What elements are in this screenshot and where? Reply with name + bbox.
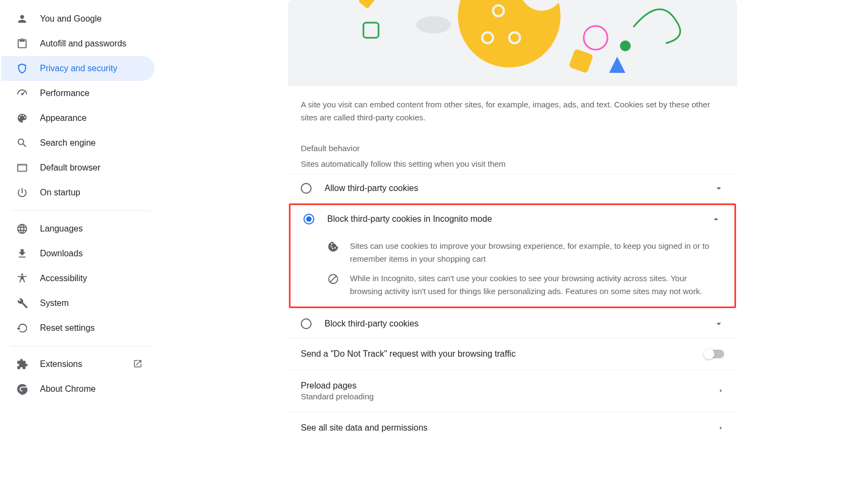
sidebar-item-performance[interactable]: Performance (1, 81, 154, 106)
option-details: Sites can use cookies to improve your br… (291, 240, 734, 307)
sidebar-item-autofill[interactable]: Autofill and passwords (1, 31, 154, 56)
option-label: Allow third-party cookies (325, 183, 713, 193)
radio-button[interactable] (301, 183, 312, 194)
sidebar-item-label: Autofill and passwords (40, 39, 126, 49)
setting-preload-pages[interactable]: Preload pages Standard preloading (288, 370, 737, 412)
option-block-third-party[interactable]: Block third-party cookies (288, 309, 737, 338)
block-icon (327, 273, 339, 285)
accessibility-icon (16, 273, 28, 284)
option-block-incognito[interactable]: Block third-party cookies in Incognito m… (291, 205, 734, 233)
power-icon (16, 187, 28, 199)
sidebar-item-accessibility[interactable]: Accessibility (1, 266, 154, 291)
sidebar-divider (11, 346, 150, 346)
sidebar-item-system[interactable]: System (1, 291, 154, 316)
radio-button[interactable] (303, 214, 314, 224)
svg-point-7 (416, 16, 451, 33)
banner-illustration (288, 0, 737, 86)
detail-text: Sites can use cookies to improve your br… (350, 240, 721, 265)
highlight-annotation: Block third-party cookies in Incognito m… (289, 203, 736, 308)
sidebar-item-label: You and Google (40, 14, 102, 24)
option-allow-third-party[interactable]: Allow third-party cookies (288, 174, 737, 202)
svg-rect-6 (363, 23, 379, 38)
reset-icon (16, 322, 28, 334)
clipboard-icon (16, 38, 28, 50)
extension-icon (16, 358, 28, 370)
setting-subtitle: Standard preloading (301, 392, 718, 401)
chevron-down-icon[interactable] (713, 183, 724, 194)
sidebar-item-privacy[interactable]: Privacy and security (1, 56, 154, 81)
sidebar-item-on-startup[interactable]: On startup (1, 180, 154, 205)
palette-icon (16, 112, 28, 124)
cookies-card: A site you visit can embed content from … (288, 0, 737, 504)
open-in-new-icon (133, 359, 143, 370)
sidebar-item-label: On startup (40, 188, 80, 197)
chevron-down-icon[interactable] (713, 318, 724, 329)
sidebar-item-label: Search engine (40, 138, 96, 148)
sidebar-item-label: Performance (40, 88, 90, 98)
sidebar-item-appearance[interactable]: Appearance (1, 106, 154, 131)
sidebar-item-you-and-google[interactable]: You and Google (1, 6, 154, 31)
detail-row: While in Incognito, sites can't use your… (303, 272, 721, 298)
sidebar-item-label: Downloads (40, 249, 83, 258)
sidebar-item-downloads[interactable]: Downloads (1, 241, 154, 266)
download-icon (16, 248, 28, 260)
cookies-description: A site you visit can embed content from … (301, 98, 724, 124)
chevron-up-icon[interactable] (711, 214, 721, 224)
setting-do-not-track[interactable]: Send a "Do Not Track" request with your … (288, 338, 737, 370)
svg-rect-5 (359, 0, 375, 9)
toggle-switch[interactable] (705, 350, 724, 358)
sidebar-item-extensions[interactable]: Extensions (1, 352, 154, 377)
svg-point-8 (584, 26, 608, 50)
sidebar-item-label: System (40, 298, 69, 308)
search-icon (16, 137, 28, 149)
speed-icon (16, 87, 28, 99)
default-behavior-title: Default behavior (301, 144, 724, 153)
default-behavior-subtitle: Sites automatically follow this setting … (301, 159, 724, 168)
sidebar-item-label: Languages (40, 224, 83, 234)
radio-button[interactable] (301, 318, 312, 329)
person-icon (16, 13, 28, 25)
settings-main: A site you visit can embed content from … (161, 0, 864, 504)
cookies-banner (288, 0, 737, 86)
sidebar-item-label: Accessibility (40, 274, 87, 283)
sidebar-item-label: Extensions (40, 359, 82, 369)
sidebar-divider (11, 210, 150, 211)
globe-icon (16, 223, 28, 235)
sidebar-item-label: Appearance (40, 113, 86, 123)
svg-rect-9 (569, 49, 593, 73)
browser-icon (16, 162, 28, 174)
sidebar-item-label: Reset settings (40, 323, 94, 333)
sidebar-item-reset[interactable]: Reset settings (1, 316, 154, 340)
settings-sidebar: You and Google Autofill and passwords Pr… (0, 0, 161, 504)
chevron-right-icon (718, 424, 724, 433)
wrench-icon (16, 297, 28, 309)
option-label: Block third-party cookies (325, 319, 713, 329)
sidebar-item-label: Default browser (40, 163, 100, 173)
shield-icon (16, 63, 28, 74)
cookie-icon (327, 241, 339, 253)
sidebar-item-languages[interactable]: Languages (1, 216, 154, 241)
svg-point-11 (620, 40, 631, 51)
option-label: Block third-party cookies in Incognito m… (327, 214, 711, 224)
sidebar-item-label: About Chrome (40, 384, 96, 394)
sidebar-item-default-browser[interactable]: Default browser (1, 155, 154, 180)
setting-all-site-data[interactable]: See all site data and permissions (288, 412, 737, 444)
detail-row: Sites can use cookies to improve your br… (303, 240, 721, 265)
chevron-right-icon (718, 386, 724, 396)
chrome-icon (16, 383, 28, 395)
sidebar-item-about[interactable]: About Chrome (1, 377, 154, 401)
detail-text: While in Incognito, sites can't use your… (350, 272, 721, 298)
setting-title: Send a "Do Not Track" request with your … (301, 349, 705, 359)
svg-marker-10 (609, 57, 625, 73)
sidebar-item-search-engine[interactable]: Search engine (1, 131, 154, 155)
setting-title: Preload pages (301, 381, 718, 391)
sidebar-item-label: Privacy and security (40, 64, 117, 73)
setting-title: See all site data and permissions (301, 423, 718, 433)
